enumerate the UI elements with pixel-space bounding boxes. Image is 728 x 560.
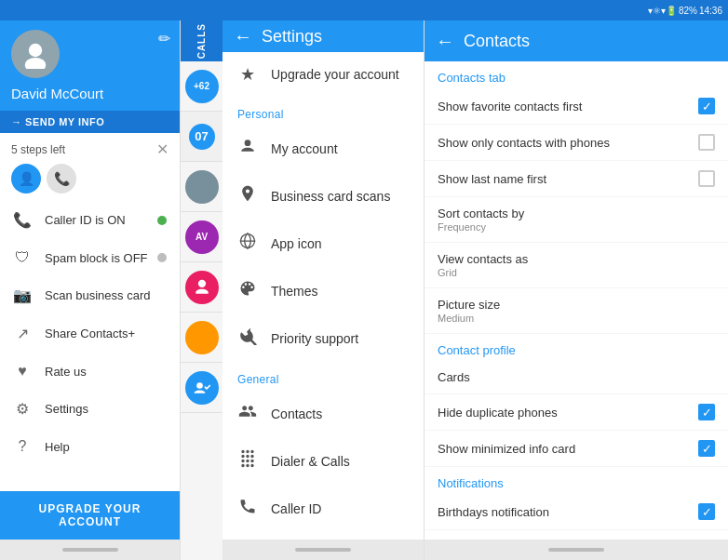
calls-tab-label[interactable]: CALLS bbox=[196, 23, 207, 59]
contacts-row-minimized-card[interactable]: Show minimized info card ✓ bbox=[425, 431, 728, 467]
phones-only-checkbox[interactable] bbox=[698, 134, 715, 151]
avatar[interactable] bbox=[11, 30, 60, 78]
drawer-user-name: David McCourt bbox=[11, 86, 169, 101]
call-number-badge[interactable]: 07 bbox=[181, 112, 222, 162]
contacts-title: Contacts bbox=[464, 32, 530, 51]
view-value: Grid bbox=[438, 267, 528, 278]
contacts-row-phones-only[interactable]: Show only contacts with phones bbox=[425, 125, 728, 161]
settings-dialer-label: Dialer & Calls bbox=[271, 454, 350, 469]
settings-item-dialer[interactable]: Dialer & Calls bbox=[222, 437, 424, 485]
step-icon-1[interactable]: 👤 bbox=[11, 164, 41, 193]
edit-icon[interactable]: ✏ bbox=[158, 30, 170, 47]
caller-id-status-dot bbox=[157, 216, 167, 225]
calls-strip: ▾⚛▾🔋 82% 14:36 CALLS +62 07 bbox=[181, 0, 222, 560]
settings-themes-label: Themes bbox=[271, 284, 318, 299]
account-icon bbox=[237, 137, 258, 160]
call-preview-6[interactable] bbox=[181, 363, 222, 413]
app-icon-icon bbox=[237, 232, 258, 255]
themes-icon bbox=[237, 279, 258, 302]
settings-app-icon-label: App icon bbox=[271, 236, 321, 251]
nav-pill bbox=[62, 548, 118, 552]
upgrade-account-button[interactable]: UPGRADE YOUR ACCOUNT bbox=[0, 491, 180, 540]
call-preview-2[interactable] bbox=[181, 162, 222, 212]
hide-duplicate-label: Hide duplicate phones bbox=[438, 406, 558, 420]
call-preview-5[interactable] bbox=[181, 313, 222, 363]
settings-item-themes[interactable]: Themes bbox=[222, 267, 424, 314]
middle-panel: ▾⚛▾🔋 82% 14:36 CALLS +62 07 bbox=[181, 0, 425, 560]
rate-us-label: Rate us bbox=[45, 365, 167, 379]
steps-left-label: 5 steps left bbox=[11, 143, 65, 156]
shield-icon: 🛡 bbox=[13, 249, 32, 266]
help-label: Help bbox=[45, 440, 167, 454]
favorites-label: Show favorite contacts first bbox=[438, 100, 582, 113]
bottom-bar-settings bbox=[222, 540, 424, 560]
birthdays-label: Birthdays notification bbox=[438, 505, 549, 519]
contacts-header: ← Contacts bbox=[425, 20, 728, 61]
nav-pill-contacts bbox=[548, 548, 604, 552]
step-icon-2[interactable]: 📞 bbox=[47, 164, 76, 193]
send-my-info-button[interactable]: → SEND MY INFO bbox=[0, 111, 180, 133]
settings-contacts-label: Contacts bbox=[271, 407, 322, 421]
camera-icon: 📷 bbox=[13, 287, 32, 304]
phone-icon-settings bbox=[237, 497, 258, 520]
wrench-icon bbox=[237, 327, 258, 350]
contacts-row-cards[interactable]: Cards bbox=[425, 361, 728, 394]
settings-item-upgrade[interactable]: ★ Upgrade your account bbox=[222, 52, 424, 97]
cards-label: Cards bbox=[438, 370, 470, 384]
contacts-settings-panel: ▾⚛▾🔋 82% 14:36 ← Contacts Contacts tab S… bbox=[425, 0, 728, 560]
calls-preview-list: +62 07 AV bbox=[181, 61, 222, 560]
contacts-body: Contacts tab Show favorite contacts firs… bbox=[425, 61, 728, 540]
drawer-item-share-contacts[interactable]: ↗ Share Contacts+ bbox=[0, 314, 180, 353]
settings-title: Settings bbox=[262, 27, 322, 47]
contacts-row-last-name[interactable]: Show last name first bbox=[425, 161, 728, 197]
call-preview-1[interactable]: +62 bbox=[181, 61, 222, 112]
drawer-item-help[interactable]: ? Help bbox=[0, 428, 180, 465]
contacts-row-hide-duplicate[interactable]: Hide duplicate phones ✓ bbox=[425, 394, 728, 431]
contacts-row-birthdays[interactable]: Birthdays notification ✓ bbox=[425, 494, 728, 530]
contacts-section-profile: Contact profile bbox=[425, 334, 728, 361]
svg-point-3 bbox=[245, 140, 251, 146]
favorites-checkbox[interactable]: ✓ bbox=[698, 98, 715, 114]
share-contacts-label: Share Contacts+ bbox=[45, 327, 167, 340]
settings-item-priority-support[interactable]: Priority support bbox=[222, 314, 424, 362]
settings-item-app-icon[interactable]: App icon bbox=[222, 220, 424, 267]
spam-block-status-dot bbox=[157, 253, 167, 262]
birthdays-checkbox[interactable]: ✓ bbox=[698, 503, 715, 520]
close-icon[interactable]: ✕ bbox=[156, 140, 169, 158]
call-preview-3[interactable]: AV bbox=[181, 212, 222, 262]
settings-label: Settings bbox=[45, 402, 167, 416]
contacts-row-picture-size[interactable]: Picture size Medium bbox=[425, 288, 728, 334]
settings-section-general: General bbox=[222, 362, 424, 390]
last-name-checkbox[interactable] bbox=[698, 170, 715, 187]
settings-back-button[interactable]: ← bbox=[234, 26, 252, 47]
steps-bar: 5 steps left ✕ bbox=[0, 133, 180, 162]
settings-section-personal: Personal bbox=[222, 97, 424, 125]
drawer-item-rate-us[interactable]: ♥ Rate us bbox=[0, 353, 180, 390]
drawer-menu: 📞 Caller ID is ON 🛡 Spam block is OFF 📷 … bbox=[0, 201, 180, 491]
settings-item-caller-id[interactable]: Caller ID bbox=[222, 485, 424, 532]
settings-item-contacts[interactable]: Contacts bbox=[222, 390, 424, 437]
drawer-item-scan-card[interactable]: 📷 Scan business card bbox=[0, 276, 180, 314]
contacts-section-tab: Contacts tab bbox=[425, 61, 728, 88]
settings-upgrade-label: Upgrade your account bbox=[271, 67, 399, 82]
hide-duplicate-checkbox[interactable]: ✓ bbox=[698, 404, 715, 420]
drawer-header: David McCourt ✏ bbox=[0, 20, 180, 111]
picture-size-value: Medium bbox=[438, 313, 500, 324]
bottom-bar-contacts bbox=[425, 540, 728, 560]
contacts-row-favorites[interactable]: Show favorite contacts first ✓ bbox=[425, 88, 728, 125]
steps-icons: 👤 📞 bbox=[0, 162, 180, 201]
svg-point-2 bbox=[196, 382, 203, 389]
minimized-card-label: Show minimized info card bbox=[438, 442, 575, 456]
minimized-card-checkbox[interactable]: ✓ bbox=[698, 440, 715, 457]
contacts-row-sort[interactable]: Sort contacts by Frequency bbox=[425, 197, 728, 243]
settings-item-my-account[interactable]: My account bbox=[222, 125, 424, 172]
drawer-item-settings[interactable]: ⚙ Settings bbox=[0, 390, 180, 428]
contacts-back-button[interactable]: ← bbox=[436, 31, 454, 52]
call-preview-4[interactable] bbox=[181, 262, 222, 313]
drawer-item-spam-block[interactable]: 🛡 Spam block is OFF bbox=[0, 239, 180, 276]
share-icon: ↗ bbox=[13, 325, 32, 342]
sort-value: Frequency bbox=[438, 221, 524, 233]
drawer-item-caller-id[interactable]: 📞 Caller ID is ON bbox=[0, 201, 180, 239]
contacts-row-view[interactable]: View contacts as Grid bbox=[425, 243, 728, 288]
settings-item-business-card[interactable]: Business card scans bbox=[222, 172, 424, 220]
